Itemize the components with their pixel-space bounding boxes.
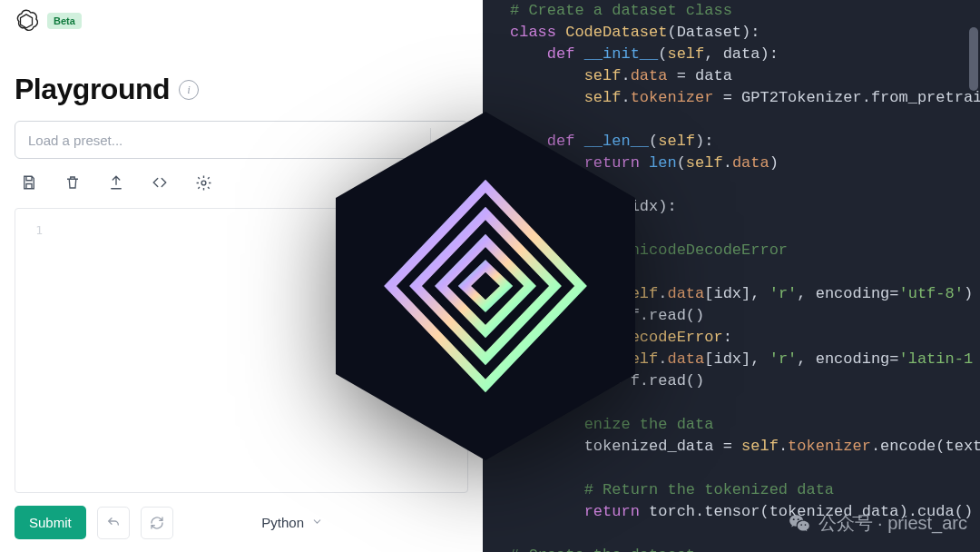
vertical-scrollbar[interactable]: [969, 0, 978, 552]
bottom-bar: Submit Python: [0, 493, 483, 552]
hex-logo-icon: [327, 104, 644, 468]
regenerate-button[interactable]: [141, 507, 173, 539]
submit-button[interactable]: Submit: [15, 506, 86, 539]
svg-marker-1: [336, 112, 635, 460]
trash-icon[interactable]: [64, 173, 82, 192]
upload-icon[interactable]: [107, 173, 125, 192]
top-bar: Beta: [0, 0, 483, 36]
line-number: 1: [24, 223, 43, 237]
wechat-icon: [788, 512, 811, 536]
preset-placeholder: Load a preset...: [28, 133, 122, 148]
page-title: Playground: [15, 73, 170, 106]
code-line: self.data = data: [510, 65, 980, 87]
language-select[interactable]: Python: [261, 515, 323, 530]
language-label: Python: [261, 515, 304, 530]
save-icon[interactable]: [20, 173, 38, 192]
watermark-text: 公众号 · priest_arc: [818, 511, 967, 536]
scrollbar-thumb[interactable]: [969, 27, 978, 91]
code-line: def __init__(self, data):: [510, 44, 980, 65]
code-line: # Return the tokenized data: [510, 479, 980, 501]
code-icon[interactable]: [151, 173, 169, 192]
beta-badge: Beta: [47, 13, 82, 29]
code-line: # Create the dataset: [510, 545, 980, 552]
editor-gutter: 1: [15, 209, 52, 492]
chevron-down-icon: [311, 515, 323, 530]
code-line: class CodeDataset(Dataset):: [510, 22, 980, 44]
code-line: # Create a dataset class: [510, 0, 980, 22]
watermark: 公众号 · priest_arc: [788, 511, 967, 536]
info-icon[interactable]: i: [179, 80, 199, 100]
svg-point-0: [201, 181, 206, 185]
gear-icon[interactable]: [194, 173, 212, 192]
openai-logo-icon: [15, 9, 38, 33]
undo-button[interactable]: [97, 507, 130, 539]
